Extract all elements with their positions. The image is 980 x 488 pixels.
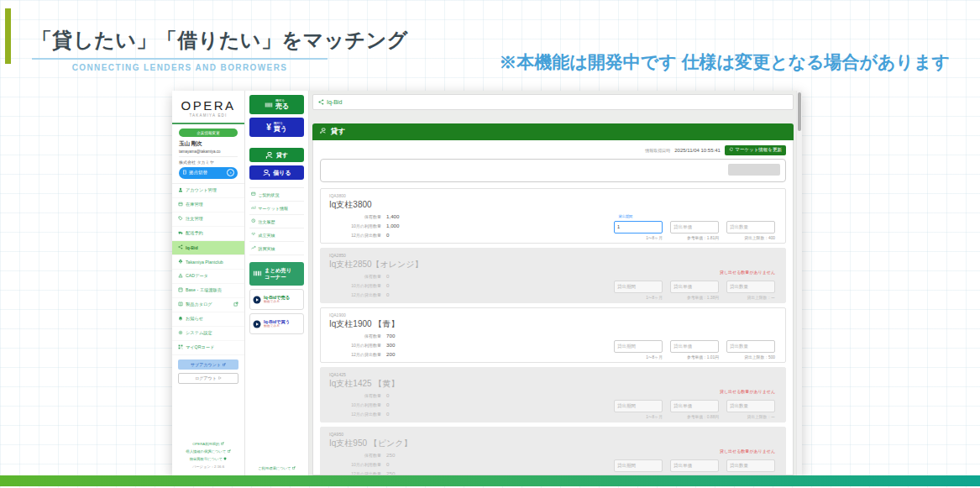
product-name: Iq支柱1900 【青】 — [329, 318, 399, 330]
lend-unit-price-input[interactable] — [670, 340, 719, 353]
lend-inputs: 1〜8ヶ月 参考単価：0.64円 貸出上限数：ー — [614, 455, 775, 475]
environment-link[interactable]: ご利用環境について — [249, 466, 304, 470]
stat-label: 10月の利用数量 — [329, 462, 381, 467]
product-list: IQA3800 Iq支柱3800 保有数量1,400 10月の利用数量1,000… — [320, 188, 786, 475]
scrollbar-thumb[interactable] — [798, 92, 801, 131]
dev-notice: ※本機能は開発中です 仕様は変更となる場合があります — [499, 50, 950, 74]
terms-link[interactable]: OPERA利用規約 — [172, 442, 244, 446]
menu-item-deal-results[interactable]: 成立実績 — [249, 228, 304, 242]
privacy-link[interactable]: 個人情報の保護について — [172, 449, 244, 454]
sell-equipment-button[interactable]: 機材を 売る — [249, 95, 304, 114]
unit-price-helper: 参考単価：1.81円 — [670, 235, 719, 240]
stat-value: 250 — [386, 470, 395, 475]
menu-item-contract-status[interactable]: ご契約状況 — [249, 188, 304, 202]
external-link-icon — [233, 302, 238, 307]
stat-label: 12月の貸出数量 — [329, 292, 381, 297]
sub-account-button[interactable]: サブアカウント — [178, 359, 238, 370]
menu-item-label: 注文履歴 — [259, 219, 275, 224]
banner-title: 「貸したい」「借りたい」をマッチング — [32, 27, 328, 54]
product-code: IQA1900 — [329, 312, 346, 317]
terms-label: OPERA利用規約 — [192, 442, 219, 446]
sidebar-item-cad[interactable]: CADデータ — [172, 270, 244, 284]
lend-unit-price-input — [670, 459, 719, 472]
stat-label: 保有数量 — [329, 333, 381, 338]
sidebar-item-base-factory[interactable]: Base・工場渡販売 — [172, 284, 244, 298]
play-icon — [253, 317, 261, 332]
box-icon — [178, 202, 183, 207]
borrow-button[interactable]: 借りる — [249, 165, 304, 180]
trend-icon — [251, 245, 256, 251]
menu-item-order-history[interactable]: 注文履歴 — [249, 215, 304, 228]
product-code: IQA2850 — [329, 253, 346, 258]
sidebar-item-settings[interactable]: システム設定 — [172, 327, 244, 341]
sidebar-item-label: 配送予約 — [186, 230, 203, 236]
lend-period-floating-label: 貸出期間 — [617, 215, 634, 218]
sidebar-nav: アカウント管理 在庫管理 注文管理 配送予約 Iq-Bid Takamiya P… — [172, 184, 244, 355]
stat-value: 0 — [386, 273, 389, 279]
scrollbar[interactable] — [796, 91, 802, 475]
lend-period-input — [614, 459, 663, 472]
product-stats: 保有数量0 10月の利用数量0 12月の貸出数量0 — [329, 392, 389, 420]
lend-period-input — [614, 400, 663, 412]
sidebar-item-label: システム設定 — [186, 330, 212, 336]
company-name: 株式会社 タカミヤ — [179, 160, 238, 165]
yen-icon: ¥ — [266, 123, 271, 132]
product-row: IQA1425 Iq支柱1425 【黄】 保有数量0 10月の利用数量0 12月… — [320, 367, 786, 422]
lend-quantity-input[interactable] — [726, 340, 775, 353]
bulk-sale-corner-button[interactable]: まとめ売り コーナー — [249, 262, 304, 286]
sidebar-buttons: サブアカウント ログアウト — [172, 355, 244, 388]
sidebar-item-plantclub[interactable]: Takamiya Plantclub — [172, 255, 244, 270]
sidebar-item-label: 注文管理 — [186, 216, 203, 222]
sidebar-item-iq-bid[interactable]: Iq-Bid — [172, 241, 244, 255]
logout-icon — [218, 375, 222, 380]
video-buy-button[interactable]: Iq-Bidで買う 動画でみる — [249, 313, 304, 334]
accent-bar — [5, 8, 11, 64]
sidebar-item-label: Iq-Bid — [186, 245, 198, 250]
bell-icon — [178, 316, 183, 322]
sidebar-item-account[interactable]: アカウント管理 — [172, 184, 244, 198]
commercial-law-link[interactable]: 特定商取引について — [172, 457, 244, 461]
lend-unit-price-input[interactable] — [670, 221, 719, 234]
stat-label: 12月の貸出数量 — [329, 352, 381, 357]
stat-value: 300 — [386, 342, 395, 348]
sidebar-item-label: マイQRコード — [186, 344, 214, 350]
lend-button[interactable]: 貸す — [249, 148, 304, 162]
sidebar-item-label: Base・工場渡販売 — [186, 287, 222, 293]
sidebar-item-qr-code[interactable]: マイQRコード — [172, 341, 244, 355]
stat-value: 0 — [386, 392, 389, 398]
sidebar-item-catalog[interactable]: 製品カタログ — [172, 298, 244, 312]
lend-quantity-input[interactable] — [726, 221, 775, 234]
site-switch-button[interactable]: 拠点切替 › — [179, 167, 238, 179]
user-email: tamayama@takamiya.co — [179, 150, 238, 157]
sidebar-item-delivery[interactable]: 配送予約 — [172, 227, 244, 241]
refresh-market-button[interactable]: マーケット情報を更新 — [725, 145, 786, 155]
bulk-sale-line2: コーナー — [265, 274, 286, 280]
period-helper: 1〜8ヶ月 — [614, 354, 663, 359]
company-info-change-button[interactable]: 企業情報変更 — [179, 129, 238, 137]
stat-label: 保有数量 — [329, 453, 381, 458]
stat-value: 0 — [386, 411, 389, 417]
video-sell-label: Iq-Bidで売る — [264, 295, 290, 301]
sidebar-item-inventory[interactable]: 在庫管理 — [172, 198, 244, 213]
stat-value: 1,000 — [386, 223, 399, 228]
external-link-icon — [221, 442, 224, 446]
menu-item-market-info[interactable]: マーケット情報 — [249, 202, 304, 215]
logout-button[interactable]: ログアウト — [178, 373, 238, 384]
page-header-title: 貸す — [331, 127, 345, 137]
borrow-hand-icon — [262, 165, 270, 181]
logo-block: OPERA TAKAMIYA EDI — [172, 91, 244, 124]
tag-icon — [178, 216, 183, 222]
lend-hand-icon — [320, 128, 327, 136]
video-sell-button[interactable]: Iq-Bidで売る 動画でみる — [249, 289, 304, 310]
sidebar: OPERA TAKAMIYA EDI 企業情報変更 玉山 剛次 tamayama… — [172, 91, 245, 475]
sidebar-item-orders[interactable]: 注文管理 — [172, 213, 244, 227]
logout-label: ログアウト — [195, 375, 217, 380]
lend-period-input[interactable] — [614, 340, 663, 353]
stat-label: 10月の利用数量 — [329, 283, 381, 288]
buy-equipment-button[interactable]: ¥ 機材を 買う — [249, 118, 304, 137]
external-link-icon — [228, 449, 231, 454]
lend-period-input[interactable] — [614, 221, 663, 234]
sidebar-item-news[interactable]: お知らせ — [172, 312, 244, 327]
stat-value: 1,400 — [386, 213, 399, 219]
menu-item-purchase-results[interactable]: 購買実績 — [249, 242, 304, 255]
